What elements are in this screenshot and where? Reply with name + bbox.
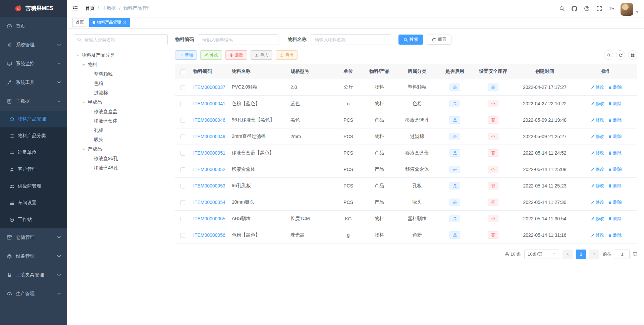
sidebar-item[interactable]: 工装夹具管理 <box>0 266 67 284</box>
sidebar-item[interactable]: 主数据 <box>0 92 67 111</box>
edit-row-button[interactable]: 修改 <box>591 150 604 156</box>
delete-row-button[interactable]: 删除 <box>608 232 622 238</box>
tree-node[interactable]: 色粉 <box>74 79 168 88</box>
tree-node[interactable]: 移液盒盒体 <box>74 116 168 126</box>
tree-node[interactable]: 半成品 <box>74 98 168 107</box>
row-checkbox[interactable] <box>180 200 185 205</box>
sidebar-subitem[interactable]: 工作站 <box>0 211 67 228</box>
tree-caret-icon[interactable] <box>75 53 80 58</box>
sidebar-subitem[interactable]: 供应商管理 <box>0 178 67 195</box>
sidebar-item[interactable]: 仓储管理 <box>0 228 67 247</box>
sidebar-subitem[interactable]: 车间设置 <box>0 195 67 211</box>
refresh-button[interactable] <box>616 50 625 60</box>
tree-node[interactable]: 孔板 <box>74 126 168 135</box>
tab-item[interactable]: 首页 <box>72 18 87 27</box>
row-checkbox[interactable] <box>180 118 185 123</box>
delete-button[interactable]: 删除 <box>225 50 247 60</box>
delete-row-button[interactable]: 删除 <box>608 199 622 205</box>
sidebar-subitem[interactable]: 物料产品管理 <box>0 111 67 127</box>
tree-node[interactable]: 吸头 <box>74 135 168 145</box>
edit-row-button[interactable]: 修改 <box>591 166 604 172</box>
sidebar-item[interactable]: 系统监控 <box>0 54 67 73</box>
material-name-input[interactable] <box>311 34 391 45</box>
material-code-link[interactable]: ITEM00000053 <box>193 183 225 188</box>
edit-row-button[interactable]: 修改 <box>591 84 604 90</box>
material-code-link[interactable]: ITEM00000041 <box>193 101 225 106</box>
sidebar-item[interactable]: 首页 <box>0 17 67 36</box>
tree-node[interactable]: 移液盒48孔 <box>74 163 168 173</box>
delete-row-button[interactable]: 删除 <box>608 183 622 189</box>
tree-node[interactable]: 移液盒盒盖 <box>74 107 168 116</box>
delete-row-button[interactable]: 删除 <box>608 117 622 123</box>
row-checkbox[interactable] <box>180 233 185 238</box>
material-code-link[interactable]: ITEM00000051 <box>193 150 225 156</box>
edit-row-button[interactable]: 修改 <box>591 101 604 107</box>
material-code-link[interactable]: ITEM00000037 <box>193 85 225 90</box>
add-button[interactable]: 新增 <box>175 50 197 60</box>
select-all-checkbox[interactable] <box>180 69 185 74</box>
delete-row-button[interactable]: 删除 <box>608 150 622 156</box>
tab-close-icon[interactable] <box>123 20 127 24</box>
next-page-button[interactable] <box>589 250 599 259</box>
tree-node[interactable]: 物料 <box>74 60 168 69</box>
tree-caret-icon[interactable] <box>81 100 86 105</box>
prev-page-button[interactable] <box>562 250 573 259</box>
edit-row-button[interactable]: 修改 <box>591 216 604 222</box>
github-button[interactable] <box>568 0 581 17</box>
row-checkbox[interactable] <box>180 151 185 156</box>
sidebar-item[interactable]: 生产管理 <box>0 284 67 303</box>
sidebar-toggle-button[interactable] <box>67 0 83 17</box>
delete-row-button[interactable]: 删除 <box>608 101 622 107</box>
tree-node[interactable]: 产成品 <box>74 145 168 154</box>
edit-row-button[interactable]: 修改 <box>591 117 604 123</box>
goto-page-input[interactable] <box>615 250 630 259</box>
sidebar-item[interactable]: 系统管理 <box>0 36 67 54</box>
material-code-link[interactable]: ITEM00000054 <box>193 200 225 205</box>
delete-row-button[interactable]: 删除 <box>608 166 622 172</box>
row-checkbox[interactable] <box>180 102 185 106</box>
material-code-link[interactable]: ITEM00000049 <box>193 134 225 139</box>
sidebar-item[interactable]: 系统工具 <box>0 73 67 92</box>
tree-node[interactable]: 过滤棉 <box>74 88 168 98</box>
header-search-button[interactable] <box>556 0 568 17</box>
edit-row-button[interactable]: 修改 <box>591 183 604 189</box>
edit-row-button[interactable]: 修改 <box>591 232 604 238</box>
column-settings-button[interactable] <box>628 50 637 60</box>
export-button[interactable]: 导出 <box>276 50 298 60</box>
edit-row-button[interactable]: 修改 <box>591 199 604 205</box>
material-code-input[interactable] <box>198 34 278 45</box>
tree-node[interactable]: 物料及产品分类 <box>74 51 168 60</box>
delete-row-button[interactable]: 删除 <box>608 133 622 140</box>
material-code-link[interactable]: ITEM00000055 <box>193 216 225 221</box>
reset-button[interactable]: 重置 <box>427 35 451 45</box>
tree-caret-icon[interactable] <box>81 62 86 67</box>
tree-node[interactable]: 移液盒96孔 <box>74 154 168 163</box>
page-size-select[interactable]: 10条/页 <box>524 250 559 259</box>
fullscreen-button[interactable] <box>593 0 605 17</box>
import-button[interactable]: 导入 <box>251 50 272 60</box>
help-button[interactable] <box>581 0 593 17</box>
delete-row-button[interactable]: 删除 <box>608 216 622 222</box>
row-checkbox[interactable] <box>180 134 185 139</box>
sidebar-subitem[interactable]: 计量单位 <box>0 144 67 161</box>
user-menu[interactable] <box>618 0 644 17</box>
material-code-link[interactable]: ITEM00000052 <box>193 167 225 172</box>
category-search-input[interactable] <box>74 34 168 45</box>
sidebar-item[interactable]: 设备管理 <box>0 247 67 266</box>
tree-node[interactable]: 塑料颗粒 <box>74 69 168 79</box>
material-code-link[interactable]: ITEM00000046 <box>193 117 225 123</box>
tab-active[interactable]: 物料产品管理 <box>89 18 130 27</box>
edit-row-button[interactable]: 修改 <box>591 133 604 140</box>
sidebar-subitem[interactable]: 客户管理 <box>0 161 67 178</box>
material-code-link[interactable]: ITEM00000056 <box>193 232 225 238</box>
sidebar-subitem[interactable]: 物料产品分类 <box>0 127 67 144</box>
breadcrumb-item[interactable]: 首页 <box>85 5 95 11</box>
delete-row-button[interactable]: 删除 <box>608 84 622 90</box>
search-button[interactable]: 搜索 <box>398 35 423 45</box>
edit-button[interactable]: 修改 <box>200 50 222 60</box>
row-checkbox[interactable] <box>180 167 185 172</box>
row-checkbox[interactable] <box>180 184 185 188</box>
row-checkbox[interactable] <box>180 85 185 90</box>
avatar[interactable] <box>621 3 633 16</box>
tree-caret-icon[interactable] <box>81 147 86 152</box>
